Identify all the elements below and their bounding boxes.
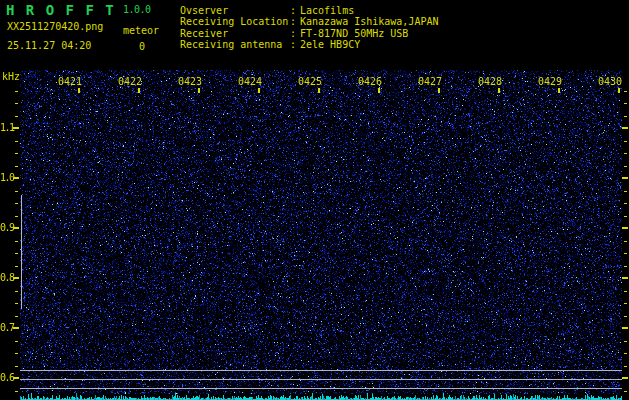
datetime-label: 25.11.27 04:20 (7, 40, 91, 51)
x-tick-label-0422: 0422 (116, 76, 142, 87)
x-tick-label-0430: 0430 (596, 76, 622, 87)
x-tick-label-0427: 0427 (416, 76, 442, 87)
app-version: 1.0.0 (123, 4, 151, 15)
y-tick-label-1.1: 1.1 (0, 122, 15, 133)
hrofft-screen: H R O F F T 1.0.0 XX2511270420.png meteo… (0, 0, 629, 400)
meteor-count: 0 (139, 41, 145, 52)
y-tick-label-1.0: 1.0 (0, 172, 15, 183)
info-value: 2ele HB9CY (300, 39, 360, 50)
info-separator: : (290, 5, 300, 16)
y-tick-label-0.7: 0.7 (0, 322, 15, 333)
x-tick-label-0428: 0428 (476, 76, 502, 87)
info-row-observer: Ovserver:Lacofilms (180, 5, 438, 16)
mode-label: meteor (123, 25, 159, 36)
x-tick-label-0421: 0421 (56, 76, 82, 87)
info-label: Receiver (180, 28, 290, 39)
y-tick-label-0.8: 0.8 (0, 272, 15, 283)
y-tick-label-0.9: 0.9 (0, 222, 15, 233)
info-label: Ovserver (180, 5, 290, 16)
info-value: Lacofilms (300, 5, 354, 16)
info-label: Receiving antenna (180, 39, 290, 50)
y-axis-unit: kHz (2, 71, 20, 82)
info-row-antenna: Receiving antenna:2ele HB9CY (180, 39, 438, 50)
x-tick-label-0429: 0429 (536, 76, 562, 87)
spectrogram-canvas (0, 70, 629, 400)
info-row-receiver: Receiver:FT-817ND 50MHz USB (180, 28, 438, 39)
info-separator: : (290, 39, 300, 50)
info-row-location: Receiving Location:Kanazawa Ishikawa,JAP… (180, 16, 438, 27)
x-tick-label-0425: 0425 (296, 76, 322, 87)
info-separator: : (290, 28, 300, 39)
station-info: Ovserver:Lacofilms Receiving Location:Ka… (180, 5, 438, 51)
info-separator: : (290, 16, 300, 27)
x-tick-label-0424: 0424 (236, 76, 262, 87)
x-tick-label-0423: 0423 (176, 76, 202, 87)
x-tick-label-0426: 0426 (356, 76, 382, 87)
info-value: Kanazawa Ishikawa,JAPAN (300, 16, 438, 27)
y-tick-label-0.6: 0.6 (0, 372, 15, 383)
info-value: FT-817ND 50MHz USB (300, 28, 408, 39)
app-title: H R O F F T (6, 2, 115, 18)
output-filename: XX2511270420.png (7, 21, 103, 32)
info-label: Receiving Location (180, 16, 290, 27)
